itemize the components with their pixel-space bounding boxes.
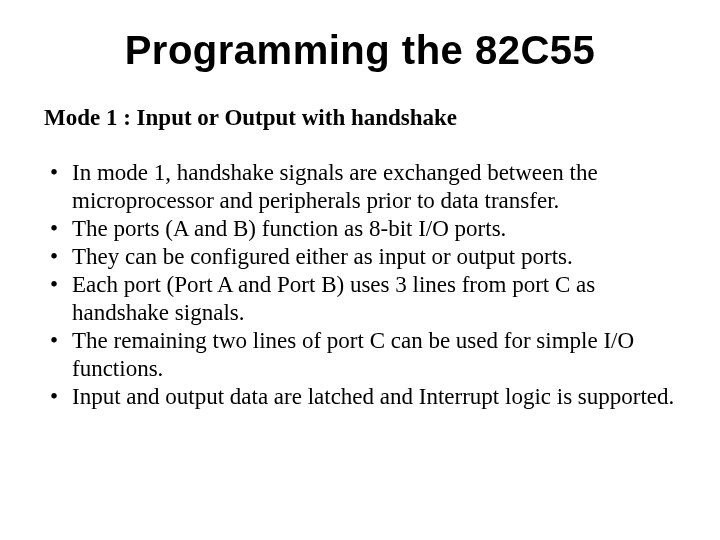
list-item: The remaining two lines of port C can be…	[44, 327, 676, 383]
list-item: In mode 1, handshake signals are exchang…	[44, 159, 676, 215]
list-item: They can be configured either as input o…	[44, 243, 676, 271]
slide-title: Programming the 82C55	[44, 28, 676, 73]
list-item: Each port (Port A and Port B) uses 3 lin…	[44, 271, 676, 327]
bullet-list: In mode 1, handshake signals are exchang…	[44, 159, 676, 411]
list-item: Input and output data are latched and In…	[44, 383, 676, 411]
list-item: The ports (A and B) function as 8-bit I/…	[44, 215, 676, 243]
slide-subheading: Mode 1 : Input or Output with handshake	[44, 105, 676, 131]
